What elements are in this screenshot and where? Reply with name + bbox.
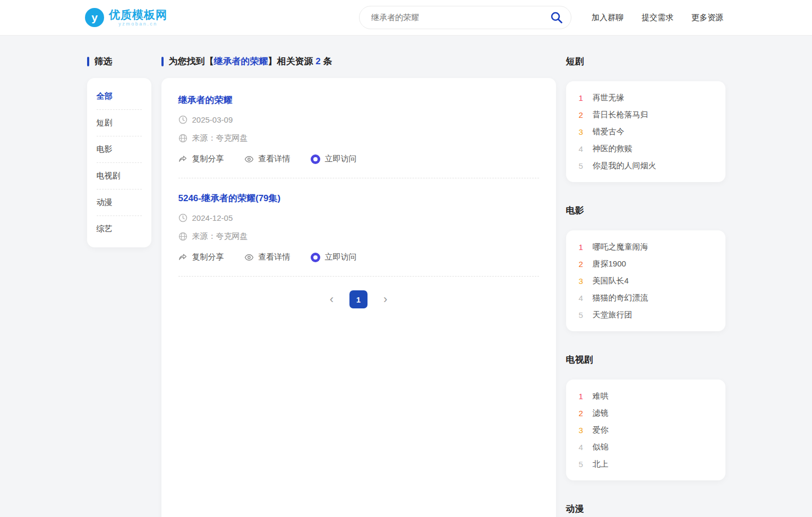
search-icon [550,18,563,26]
accent-bar [161,57,164,66]
search-input[interactable] [359,6,571,29]
page-prev-button[interactable]: ‹ [328,294,336,305]
ranking-section-title: 动漫 [566,503,725,515]
ranking-card: 1 难哄 2 滤镜 3 爱你 4 似锦 5 北上 [566,380,725,480]
copy-share-label: 复制分享 [192,252,224,262]
ranking-item[interactable]: 2 唐探1900 [579,255,713,272]
search-button[interactable] [550,11,563,24]
ranking-item[interactable]: 3 爱你 [579,421,713,438]
rank-number: 3 [579,127,586,136]
filter-item[interactable]: 短剧 [97,110,142,136]
visit-now-button[interactable]: 立即访问 [311,154,357,164]
rank-number: 1 [579,93,586,102]
ranking-section: 电视剧 1 难哄 2 滤镜 3 爱你 4 似锦 5 北上 [566,354,725,480]
result-title-link[interactable]: 继承者的荣耀 [178,94,539,106]
result-date: 2024-12-05 [192,213,233,222]
ranking-item[interactable]: 5 北上 [579,455,713,472]
rank-number: 3 [579,277,586,286]
rankings-sidebar: 短剧 1 再世无缘 2 昔日长枪落马归 3 错爱古今 4 神医的救赎 5 你是我… [566,55,725,517]
nav-submit-request[interactable]: 提交需求 [642,13,673,23]
view-detail-button[interactable]: 查看详情 [244,252,290,262]
rank-item-title: 难哄 [593,391,609,401]
result-title-link[interactable]: 5246-继承者的荣耀(79集) [178,192,539,204]
filter-title: 筛选 [95,55,113,67]
results-column: 为您找到【继承者的荣耀】相关资源 2 条 继承者的荣耀 2025-03-09 来… [161,55,556,517]
result-date: 2025-03-09 [192,115,233,124]
filter-item[interactable]: 动漫 [97,189,142,216]
results-section-head: 为您找到【继承者的荣耀】相关资源 2 条 [161,55,556,67]
result-item: 5246-继承者的荣耀(79集) 2024-12-05 来源：夸克网盘 复制分享… [178,192,539,277]
ranking-section: 动漫 1 我独自升级 第二季 -起于暗影- [566,503,725,517]
site-name: 优质模板网 [109,8,167,21]
visit-icon [311,253,320,262]
nav-join-group[interactable]: 加入群聊 [592,13,623,23]
site-domain: yzmoban.cn [118,22,158,27]
filter-item[interactable]: 电影 [97,136,142,163]
rank-item-title: 错爱古今 [593,127,625,137]
result-source-row: 来源：夸克网盘 [178,231,539,242]
results-card: 继承者的荣耀 2025-03-09 来源：夸克网盘 复制分享 查看详情 立即访问… [161,78,556,517]
filter-card: 全部短剧电影电视剧动漫综艺 [87,78,151,247]
visit-now-button[interactable]: 立即访问 [311,252,357,262]
clock-icon [178,115,187,124]
visit-label: 立即访问 [325,154,357,164]
rank-number: 3 [579,426,586,435]
rank-number: 4 [579,144,586,153]
view-detail-button[interactable]: 查看详情 [244,154,290,164]
nav-more-resources[interactable]: 更多资源 [691,13,723,23]
ranking-section-title: 电影 [566,204,725,217]
eye-icon [244,254,254,261]
rank-number: 2 [579,409,586,418]
rank-number: 5 [579,311,586,320]
logo-icon: y [85,8,104,27]
ranking-item[interactable]: 1 哪吒之魔童闹海 [579,238,713,255]
ranking-item[interactable]: 4 似锦 [579,438,713,455]
ranking-item[interactable]: 3 美国队长4 [579,272,713,289]
rank-number: 4 [579,294,586,303]
top-nav: 加入群聊 提交需求 更多资源 [592,13,723,23]
copy-share-button[interactable]: 复制分享 [178,154,224,164]
logo-text: 优质模板网 yzmoban.cn [109,8,167,27]
globe-icon [178,134,187,143]
page-next-button[interactable]: › [381,294,389,305]
clock-icon [178,213,187,222]
ranking-item[interactable]: 5 你是我的人间烟火 [579,157,713,174]
rank-number: 4 [579,443,586,452]
ranking-item[interactable]: 4 猫猫的奇幻漂流 [579,289,713,306]
visit-label: 立即访问 [325,252,357,262]
search-bar [359,6,571,29]
ranking-section: 短剧 1 再世无缘 2 昔日长枪落马归 3 错爱古今 4 神医的救赎 5 你是我… [566,55,725,182]
view-detail-label: 查看详情 [259,252,290,262]
accent-bar [87,57,89,66]
site-logo[interactable]: y 优质模板网 yzmoban.cn [85,8,167,27]
rank-item-title: 你是我的人间烟火 [593,161,656,171]
ranking-item[interactable]: 2 昔日长枪落马归 [579,106,713,123]
copy-share-button[interactable]: 复制分享 [178,252,224,262]
ranking-item[interactable]: 3 错爱古今 [579,123,713,140]
filter-item[interactable]: 全部 [97,83,142,110]
results-keyword: 继承者的荣耀 [214,56,268,66]
share-icon [178,154,187,163]
filter-item[interactable]: 综艺 [97,216,142,242]
rank-item-title: 猫猫的奇幻漂流 [593,293,648,303]
rank-item-title: 爱你 [593,425,609,435]
rank-number: 1 [579,392,586,401]
filter-item[interactable]: 电视剧 [97,163,142,189]
rank-number: 2 [579,260,586,269]
ranking-item[interactable]: 2 滤镜 [579,404,713,421]
result-source: 来源：夸克网盘 [192,133,248,143]
ranking-card: 1 再世无缘 2 昔日长枪落马归 3 错爱古今 4 神医的救赎 5 你是我的人间… [566,81,725,182]
ranking-item[interactable]: 1 再世无缘 [579,89,713,106]
result-source: 来源：夸克网盘 [192,231,248,242]
ranking-item[interactable]: 5 天堂旅行团 [579,306,713,323]
visit-icon [311,154,320,164]
ranking-item[interactable]: 1 难哄 [579,387,713,404]
eye-icon [244,156,254,163]
ranking-item[interactable]: 4 神医的救赎 [579,140,713,157]
rank-item-title: 唐探1900 [593,259,626,269]
rank-item-title: 滤镜 [593,408,609,418]
result-date-row: 2024-12-05 [178,213,539,222]
rank-item-title: 哪吒之魔童闹海 [593,242,648,252]
header: y 优质模板网 yzmoban.cn 加入群聊 提交需求 更多资源 [0,0,812,36]
page-current[interactable]: 1 [349,290,367,308]
